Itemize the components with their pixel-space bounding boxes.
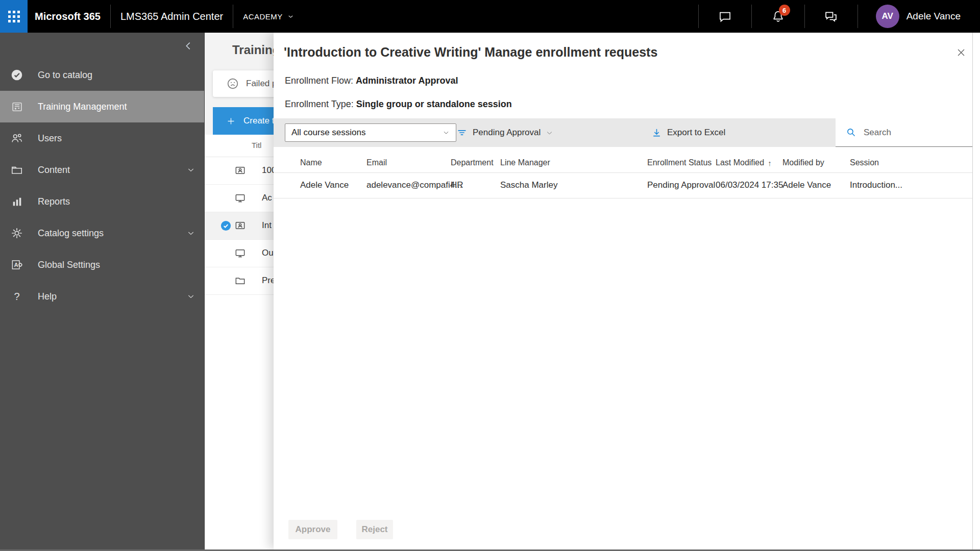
chevron-down-icon [546, 129, 553, 137]
search-input[interactable] [863, 127, 967, 138]
chevron-down-icon [187, 166, 195, 174]
sidebar-collapse-row [0, 33, 204, 59]
topbar-divider [233, 5, 233, 28]
svg-text:A: A [14, 262, 18, 268]
enrollment-type-value: Single group or standalone session [356, 99, 512, 109]
classroom-training-icon [234, 165, 246, 177]
avatar[interactable]: AV [876, 5, 899, 28]
trainings-list: Titl 100 Ac Int [205, 135, 274, 549]
column-header-email[interactable]: Email [366, 153, 387, 172]
cell-session: Introduction... [850, 172, 902, 198]
requests-table-header: Name Email Department Line Manager Enrol… [274, 153, 972, 173]
bar-chart-icon [10, 195, 23, 208]
tenant-dropdown[interactable]: ACADEMY [243, 12, 294, 21]
training-row[interactable]: Ou [205, 240, 274, 267]
create-training-label: Create tra [243, 116, 274, 126]
question-icon: ? [10, 290, 23, 303]
plus-icon [226, 116, 236, 126]
enrollment-request-row[interactable]: Adele Vance adelevance@compafi4... HR Sa… [274, 172, 972, 198]
panel-title: 'Introduction to Creative Writing' Manag… [284, 45, 657, 60]
topbar-divider [804, 5, 805, 28]
sidebar-item-content[interactable]: Content [0, 154, 204, 186]
sidebar-item-label: Global Settings [38, 260, 100, 270]
tenant-label: ACADEMY [243, 12, 283, 21]
enrollment-flow-line: Enrollment Flow: Administrator Approval [285, 76, 458, 86]
training-title: Pre [262, 276, 274, 286]
cell-enrollment-status: Pending Approval [647, 172, 715, 198]
training-management-page: Training M Failed pro Create tra Titl [205, 33, 274, 549]
failed-processing-alert[interactable]: Failed pro [213, 70, 274, 97]
cell-line-manager: Sascha Marley [500, 172, 557, 198]
status-filter-value: Pending Approval [473, 128, 541, 138]
enrollment-type-line: Enrollment Type: Single group or standal… [285, 99, 512, 110]
sidebar-item-go-to-catalog[interactable]: Go to catalog [0, 59, 204, 91]
column-header-session[interactable]: Session [850, 153, 879, 172]
close-button[interactable] [954, 46, 968, 59]
sidebar-item-global-settings[interactable]: A Global Settings [0, 249, 204, 281]
training-row-selected[interactable]: Int [205, 212, 274, 240]
sidebar-item-reports[interactable]: Reports [0, 186, 204, 217]
training-row[interactable]: 100 [205, 157, 274, 185]
export-to-excel-button[interactable]: Export to Excel [651, 118, 725, 147]
course-sessions-value: All course sessions [291, 128, 366, 138]
approve-button[interactable]: Approve [288, 520, 337, 539]
column-header-modified-by[interactable]: Modified by [782, 153, 824, 172]
avatar-initials: AV [881, 11, 893, 21]
sidebar-item-catalog-settings[interactable]: Catalog settings [0, 217, 204, 249]
cell-name: Adele Vance [300, 172, 349, 198]
sidebar-item-label: Reports [38, 196, 70, 207]
export-label: Export to Excel [667, 128, 725, 138]
top-bar: Microsoft 365 LMS365 Admin Center ACADEM… [0, 0, 980, 33]
alert-text: Failed pro [246, 79, 274, 89]
enrollment-flow-label: Enrollment Flow: [285, 76, 353, 86]
user-name: Adele Vance [906, 11, 961, 22]
title-column-header[interactable]: Titl [252, 141, 261, 149]
column-header-last-modified[interactable]: Last Modified ↑ [716, 153, 772, 172]
selected-check-icon[interactable] [220, 220, 232, 232]
training-title: 100 [262, 165, 274, 176]
toolbar-strip: All course sessions Pending Approval [274, 118, 836, 147]
app-launcher-button[interactable] [0, 0, 28, 33]
panel-scrollbar[interactable] [972, 33, 973, 549]
sidebar-item-label: Help [38, 291, 57, 302]
topbar-divider [698, 5, 699, 28]
course-sessions-dropdown[interactable]: All course sessions [285, 123, 456, 142]
notification-badge: 6 [779, 5, 790, 16]
sidebar-item-help[interactable]: ? Help [0, 281, 204, 312]
enrollment-type-label: Enrollment Type: [285, 99, 354, 109]
feedback-button[interactable] [815, 0, 848, 33]
folder-icon [10, 163, 23, 177]
elearning-monitor-icon [234, 192, 246, 204]
sidebar-item-label: Go to catalog [38, 70, 92, 81]
sidebar-item-label: Training Management [38, 102, 127, 112]
column-header-department[interactable]: Department [451, 153, 494, 172]
notifications-button[interactable]: 6 [762, 0, 795, 33]
training-title: Ou [262, 248, 274, 258]
sidebar-item-users[interactable]: Users [0, 122, 204, 154]
elearning-monitor-icon [234, 247, 246, 259]
classroom-training-icon [234, 220, 246, 232]
column-header-line-manager[interactable]: Line Manager [500, 153, 550, 172]
manage-enrollment-requests-panel: 'Introduction to Creative Writing' Manag… [274, 33, 980, 549]
search-icon [846, 127, 856, 138]
status-filter-dropdown[interactable]: Pending Approval [456, 118, 553, 147]
gear-icon [10, 227, 23, 240]
create-training-button[interactable]: Create tra [213, 107, 274, 135]
sidebar: Go to catalog Training Management Users … [0, 33, 205, 549]
training-row[interactable]: Ac [205, 185, 274, 212]
collapse-sidebar-button[interactable] [183, 40, 194, 52]
checkmark-circle-icon [10, 68, 23, 82]
enrollment-flow-value: Administrator Approval [356, 76, 458, 86]
column-header-name[interactable]: Name [300, 153, 322, 172]
search-box [836, 118, 972, 147]
sidebar-item-training-management[interactable]: Training Management [0, 91, 204, 122]
topbar-divider [110, 5, 111, 28]
chevron-down-icon [187, 292, 195, 300]
reject-button[interactable]: Reject [356, 520, 393, 539]
screen: Microsoft 365 LMS365 Admin Center ACADEM… [0, 0, 980, 551]
chat-button[interactable] [708, 0, 742, 33]
chevron-down-icon [187, 229, 195, 237]
column-header-enrollment-status[interactable]: Enrollment Status [647, 153, 712, 172]
training-list-icon [10, 100, 23, 113]
training-row[interactable]: Pre [205, 267, 274, 295]
